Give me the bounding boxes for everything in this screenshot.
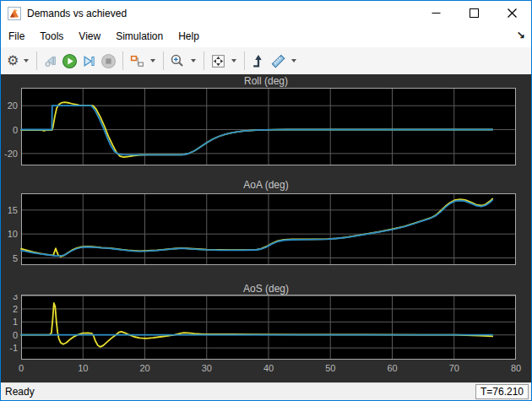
trigger-icon: [251, 53, 267, 69]
aoa-plot: 51015: [1, 193, 531, 265]
minimize-icon: [432, 8, 441, 18]
svg-text:0: 0: [13, 330, 18, 340]
window-title: Demands vs achieved: [27, 8, 417, 19]
scope-window: Demands vs achieved File Tools View Simu…: [0, 0, 532, 401]
title-bar: Demands vs achieved: [1, 1, 531, 25]
menu-simulation[interactable]: Simulation: [108, 26, 171, 46]
roll-plot: -20020: [1, 88, 531, 165]
maximize-button[interactable]: [455, 1, 493, 25]
svg-text:50: 50: [325, 363, 335, 373]
step-forward-button[interactable]: [79, 50, 99, 72]
simulink-snapshot-button[interactable]: [128, 50, 147, 72]
toolbar-separator: [36, 51, 37, 70]
svg-text:40: 40: [263, 363, 274, 373]
svg-text:5: 5: [13, 253, 18, 263]
measurements-dropdown-caret[interactable]: [291, 59, 296, 62]
menu-help[interactable]: Help: [171, 26, 207, 46]
svg-text:20: 20: [139, 363, 149, 373]
simulation-time: T=76.210: [475, 384, 529, 399]
roll-plot-title: Roll (deg): [1, 75, 531, 87]
fit-dropdown-caret[interactable]: [231, 59, 236, 62]
menu-bar: File Tools View Simulation Help ↘: [1, 25, 531, 47]
svg-text:1: 1: [13, 317, 18, 327]
svg-text:0: 0: [19, 363, 24, 373]
settings-button[interactable]: ⚙: [5, 50, 20, 72]
ruler-icon: [270, 53, 286, 69]
menu-tools[interactable]: Tools: [32, 26, 71, 46]
stop-button[interactable]: [99, 50, 118, 72]
zoom-in-icon: [170, 53, 186, 69]
scope-canvas: Roll (deg) -20020 AoA (deg) 51015 AoS (d…: [1, 74, 531, 383]
toolbar-separator: [163, 51, 164, 70]
run-button[interactable]: [60, 50, 79, 72]
stop-icon: [100, 53, 117, 69]
close-icon: [508, 8, 517, 18]
aos-plot-title: AoS (deg): [1, 283, 531, 295]
aos-plot: 01020304050607080-10123: [1, 295, 531, 376]
toolbar-separator: [122, 51, 123, 70]
close-button[interactable]: [493, 1, 531, 25]
zoom-dropdown-caret[interactable]: [191, 59, 196, 62]
minimize-button[interactable]: [417, 1, 455, 25]
step-back-icon: [43, 53, 58, 68]
svg-text:10: 10: [78, 363, 88, 373]
menu-view[interactable]: View: [71, 26, 108, 46]
simulink-blocks-icon: [129, 53, 145, 69]
step-forward-icon: [81, 53, 97, 69]
settings-dropdown-caret[interactable]: [24, 59, 29, 62]
status-bar: Ready T=76.210: [1, 382, 531, 400]
svg-text:0: 0: [13, 125, 18, 135]
run-icon: [62, 53, 78, 69]
trigger-button[interactable]: [249, 50, 269, 72]
dock-arrow-icon[interactable]: ↘: [517, 29, 525, 41]
svg-text:60: 60: [387, 363, 397, 373]
simulink-scope-icon: [8, 7, 21, 20]
fit-to-view-icon: [210, 53, 226, 69]
status-text: Ready: [1, 386, 475, 398]
toolbar-separator: [244, 51, 245, 70]
fit-to-view-button[interactable]: [209, 50, 228, 72]
aoa-plot-title: AoA (deg): [1, 179, 531, 191]
menu-file[interactable]: File: [1, 26, 32, 46]
svg-text:20: 20: [8, 100, 18, 111]
svg-text:80: 80: [511, 363, 521, 373]
toolbar-separator: [204, 51, 204, 70]
snapshot-dropdown-caret[interactable]: [150, 59, 155, 62]
svg-text:-1: -1: [9, 343, 18, 353]
toolbar: ⚙: [1, 47, 531, 74]
svg-text:2: 2: [13, 304, 18, 314]
maximize-icon: [470, 8, 479, 18]
measurements-button[interactable]: [269, 50, 288, 72]
svg-text:-20: -20: [4, 149, 18, 159]
zoom-button[interactable]: [168, 50, 187, 72]
step-back-button[interactable]: [41, 50, 60, 72]
svg-text:15: 15: [8, 205, 18, 215]
gear-icon: ⚙: [7, 54, 19, 68]
svg-text:3: 3: [13, 295, 18, 301]
svg-text:10: 10: [8, 229, 18, 239]
svg-text:70: 70: [449, 363, 459, 373]
svg-text:30: 30: [202, 363, 212, 373]
